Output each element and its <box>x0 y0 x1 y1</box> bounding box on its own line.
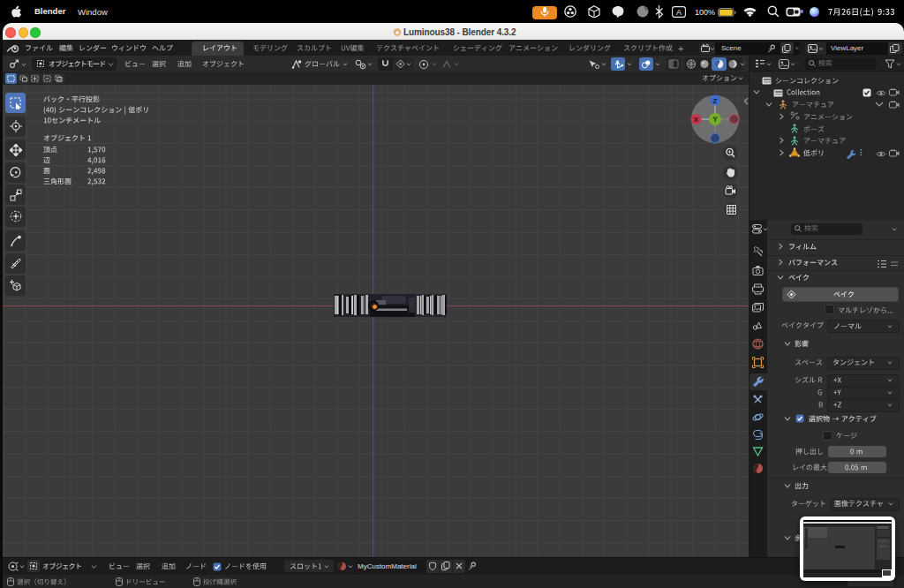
svg-text:A: A <box>676 8 682 17</box>
svg-text:Y: Y <box>712 115 718 124</box>
svg-text:Z: Z <box>713 97 718 105</box>
svg-text:X: X <box>694 116 699 124</box>
